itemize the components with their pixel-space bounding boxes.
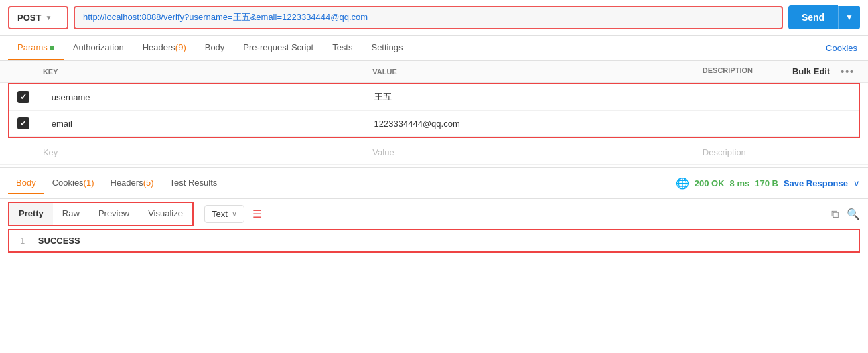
filter-icon[interactable]: ☰: [252, 208, 262, 220]
table-row-empty: Key Value Description: [0, 141, 868, 165]
response-body-content: 1 SUCCESS: [8, 229, 860, 253]
body-view-tabs-outlined: Pretty Raw Preview Visualize: [8, 202, 194, 226]
col-check: [0, 61, 35, 83]
tab-pre-request[interactable]: Pre-request Script: [234, 36, 323, 60]
url-input[interactable]: [74, 6, 783, 29]
table-row: email 1223334444@qq.com: [9, 111, 859, 137]
params-empty-row-table: Key Value Description: [0, 141, 868, 165]
request-nav-tabs: Params Authorization Headers(9) Body Pre…: [0, 36, 868, 61]
row1-checkbox-cell[interactable]: [9, 84, 44, 111]
bv-tab-raw[interactable]: Raw: [53, 203, 89, 225]
body-view-row: Pretty Raw Preview Visualize Text ∨ ☰ ⧉ …: [0, 199, 868, 229]
tab-authorization[interactable]: Authorization: [64, 36, 133, 60]
params-rows-outlined: username 王五 email: [8, 83, 860, 138]
response-status-bar: 🌐 200 OK 8 ms 170 B Save Response ∨: [676, 177, 860, 190]
row2-checkbox-cell[interactable]: [9, 111, 44, 137]
send-main-button[interactable]: Send: [788, 5, 838, 29]
tab-params[interactable]: Params: [8, 36, 64, 60]
row1-key: username: [52, 92, 90, 102]
row2-key-cell: email: [44, 111, 366, 137]
empty-key-placeholder: Key: [43, 147, 58, 157]
method-label: POST: [17, 13, 41, 23]
tab-body[interactable]: Body: [196, 36, 234, 60]
tab-settings[interactable]: Settings: [362, 36, 412, 60]
method-button[interactable]: POST ▼: [8, 6, 68, 29]
response-nav: Body Cookies(1) Headers(5) Test Results …: [0, 168, 868, 199]
row2-checkbox[interactable]: [17, 117, 29, 129]
save-response-chevron-icon[interactable]: ∨: [853, 178, 860, 188]
params-table-header: KEY VALUE DESCRIPTION ••• Bulk Edit: [0, 61, 868, 83]
response-section: Body Cookies(1) Headers(5) Test Results …: [0, 167, 868, 253]
params-section: KEY VALUE DESCRIPTION ••• Bulk Edit: [0, 61, 868, 165]
empty-value-cell[interactable]: Value: [364, 141, 694, 165]
resp-tab-test-results[interactable]: Test Results: [162, 172, 226, 194]
method-chevron-icon: ▼: [45, 14, 52, 21]
save-response-button[interactable]: Save Response: [784, 178, 848, 188]
cookies-link[interactable]: Cookies: [823, 36, 860, 60]
resp-tab-body[interactable]: Body: [8, 172, 44, 194]
resp-tab-headers[interactable]: Headers(5): [102, 172, 162, 194]
table-row: username 王五: [9, 84, 859, 111]
empty-check-cell: [0, 141, 35, 165]
status-size: 170 B: [755, 178, 778, 188]
empty-desc-placeholder: Description: [703, 147, 746, 157]
action-icons: ⧉ 🔍: [831, 208, 860, 220]
row1-value: 王五: [374, 92, 392, 102]
row2-desc-cell: [689, 111, 859, 137]
format-chevron-icon: ∨: [232, 210, 237, 218]
row1-value-cell: 王五: [366, 84, 689, 111]
params-dot-icon: [50, 46, 54, 50]
resp-tab-cookies[interactable]: Cookies(1): [44, 172, 102, 194]
tab-headers[interactable]: Headers(9): [133, 36, 196, 60]
bv-tab-preview[interactable]: Preview: [89, 203, 139, 225]
row2-value: 1223334444@qq.com: [374, 119, 460, 129]
tab-tests[interactable]: Tests: [323, 36, 362, 60]
bv-tab-pretty[interactable]: Pretty: [9, 203, 53, 225]
search-icon[interactable]: 🔍: [847, 208, 860, 220]
globe-icon: 🌐: [676, 177, 689, 190]
col-value: VALUE: [364, 61, 694, 83]
status-code: 200 OK: [695, 178, 725, 188]
response-text: SUCCESS: [38, 236, 80, 246]
send-dropdown-button[interactable]: ▼: [838, 6, 860, 29]
params-table: KEY VALUE DESCRIPTION ••• Bulk Edit: [0, 61, 868, 83]
params-rows-table: username 王五 email: [9, 84, 859, 137]
col-key: KEY: [35, 61, 364, 83]
row2-key: email: [52, 119, 72, 129]
status-time: 8 ms: [730, 178, 750, 188]
format-dropdown[interactable]: Text ∨: [204, 205, 244, 223]
send-button-group: Send ▼: [788, 5, 860, 29]
empty-value-placeholder: Value: [372, 147, 394, 157]
copy-icon[interactable]: ⧉: [831, 208, 839, 220]
col-description: DESCRIPTION ••• Bulk Edit: [695, 61, 868, 83]
row1-checkbox[interactable]: [17, 91, 29, 103]
bulk-edit-button[interactable]: Bulk Edit: [792, 66, 830, 76]
row1-desc-cell: [689, 84, 859, 111]
line-number-1: 1: [20, 236, 25, 246]
empty-key-cell[interactable]: Key: [35, 141, 364, 165]
row1-key-cell: username: [44, 84, 366, 111]
format-label: Text: [212, 209, 228, 219]
row2-value-cell: 1223334444@qq.com: [366, 111, 689, 137]
bv-tab-visualize[interactable]: Visualize: [139, 203, 192, 225]
empty-desc-cell[interactable]: Description: [695, 141, 868, 165]
more-options-icon[interactable]: •••: [841, 66, 855, 77]
